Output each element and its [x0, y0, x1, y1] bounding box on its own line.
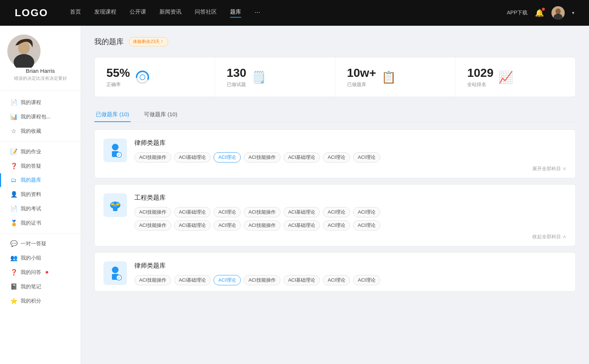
sidebar-item-notes[interactable]: 📓 我的笔记 — [0, 279, 81, 294]
nav-link-quiz[interactable]: 题库 — [230, 8, 241, 18]
sidebar-item-group[interactable]: 👥 我的小组 — [0, 251, 81, 265]
tag-e-2[interactable]: ACI理论 — [214, 207, 241, 217]
tag-e2-2[interactable]: ACI理论 — [214, 220, 241, 231]
sidebar-user-name: Brian Harris — [7, 68, 73, 74]
svg-point-18 — [112, 267, 119, 273]
tab-done[interactable]: 已做题库 (10) — [94, 107, 131, 122]
subject-card-lawyer-1: ✓ 律师类题库 ACI技能操作 ACI基础理论 ACI理论 ACI技能操作 AC… — [94, 129, 576, 178]
qa-icon: ❓ — [10, 163, 17, 169]
stat-done-questions-label: 已做试题 — [227, 81, 246, 88]
tag-e-5[interactable]: ACI理论 — [323, 207, 350, 217]
tag-e2-6[interactable]: ACI理论 — [353, 220, 380, 231]
chart-bar-icon: 📈 — [498, 70, 513, 84]
sidebar-item-course-package[interactable]: 📊 我的课程包... — [0, 110, 81, 124]
nav-link-discover[interactable]: 发现课程 — [94, 8, 116, 18]
svg-point-8 — [140, 75, 145, 80]
tag-l2-4[interactable]: ACI基础理论 — [283, 275, 320, 285]
avatar — [7, 35, 40, 68]
sidebar-item-collection[interactable]: ☆ 我的收藏 — [0, 124, 81, 138]
subject-body-lawyer-1: 律师类题库 ACI技能操作 ACI基础理论 ACI理论 ACI技能操作 ACI基… — [134, 139, 567, 172]
nav-link-opencourse[interactable]: 公开课 — [130, 8, 146, 18]
sidebar-item-1on1-label: 一对一答疑 — [21, 240, 46, 247]
tag-l2-5[interactable]: ACI理论 — [323, 275, 350, 285]
subject-tags-lawyer-2: ACI技能操作 ACI基础理论 ACI理论 ACI技能操作 ACI基础理论 AC… — [134, 275, 567, 285]
stat-ranking: 1029 全站排名 📈 — [455, 57, 575, 97]
nav-dropdown-arrow[interactable]: ▾ — [572, 10, 574, 15]
nav-link-qa[interactable]: 问答社区 — [195, 8, 217, 18]
stat-done-banks-text: 10w+ 已做题库 — [347, 66, 376, 88]
nav-link-more[interactable]: ··· — [254, 8, 260, 18]
tag-e-0[interactable]: ACI技能操作 — [134, 207, 171, 217]
bell-badge — [542, 8, 545, 11]
sidebar-item-profile[interactable]: 👤 我的资料 — [0, 187, 81, 201]
stat-ranking-label: 全站排名 — [467, 81, 493, 88]
tag-l1-5[interactable]: ACI理论 — [323, 152, 350, 163]
tag-l1-1[interactable]: ACI基础理论 — [174, 152, 211, 163]
stat-done-banks-value: 10w+ — [347, 66, 376, 80]
page-header: 我的题库 体验剩余23天！ — [94, 37, 576, 47]
tab-available[interactable]: 可做题库 (10) — [142, 107, 179, 122]
exam-icon: 📄 — [10, 205, 17, 212]
tag-l1-0[interactable]: ACI技能操作 — [134, 152, 171, 163]
sidebar-item-qa[interactable]: ❓ 我的答疑 — [0, 159, 81, 173]
sidebar-item-exam[interactable]: 📄 我的考试 — [0, 201, 81, 216]
sidebar-item-points[interactable]: ⭐ 我的积分 — [0, 294, 81, 308]
tag-l1-2[interactable]: ACI理论 — [214, 152, 241, 163]
expand-lawyer-1[interactable]: 展开全部科目 ∨ — [134, 165, 567, 172]
tag-e-1[interactable]: ACI基础理论 — [174, 207, 211, 217]
sidebar-item-questions[interactable]: ❓ 我的问答 — [0, 265, 81, 279]
questions-icon: ❓ — [10, 269, 17, 276]
subject-name-engineer: 工程类题库 — [134, 193, 567, 202]
tag-e2-3[interactable]: ACI技能操作 — [244, 220, 281, 231]
nav-right: APP下载 🔔 ▾ — [507, 6, 574, 19]
nav-bell[interactable]: 🔔 — [535, 8, 544, 17]
sidebar-item-homework[interactable]: 📝 我的作业 — [0, 144, 81, 159]
profile-icon: 👤 — [10, 191, 17, 198]
lawyer-icon-1: ✓ — [107, 142, 123, 158]
course-icon: 📄 — [10, 99, 17, 106]
tabs-row: 已做题库 (10) 可做题库 (10) — [94, 107, 576, 122]
nav-link-news[interactable]: 新闻资讯 — [159, 8, 181, 18]
avatar-svg — [7, 35, 40, 68]
sidebar-item-quiz[interactable]: 🗂 我的题库 — [0, 173, 81, 187]
tag-l2-0[interactable]: ACI技能操作 — [134, 275, 171, 285]
nav-logo: LOGO — [15, 7, 48, 19]
nav-link-home[interactable]: 首页 — [70, 8, 81, 18]
tag-l1-6[interactable]: ACI理论 — [353, 152, 380, 163]
homework-icon: 📝 — [10, 148, 17, 155]
nav-avatar[interactable] — [551, 6, 565, 19]
notes-icon: 📓 — [10, 283, 17, 290]
tag-e-4[interactable]: ACI基础理论 — [283, 207, 320, 217]
tag-l2-2[interactable]: ACI理论 — [214, 275, 241, 285]
sidebar-item-qa-label: 我的答疑 — [21, 163, 41, 169]
tag-e2-5[interactable]: ACI理论 — [323, 220, 350, 231]
tag-e-6[interactable]: ACI理论 — [353, 207, 380, 217]
tag-l1-3[interactable]: ACI技能操作 — [244, 152, 281, 163]
tag-l2-3[interactable]: ACI技能操作 — [244, 275, 281, 285]
subject-icon-lawyer-1: ✓ — [103, 139, 127, 162]
stat-accuracy-label: 正确率 — [106, 81, 130, 88]
sidebar-item-questions-label: 我的问答 — [21, 269, 41, 276]
sidebar-item-course[interactable]: 📄 我的课程 — [0, 95, 81, 110]
tag-e-3[interactable]: ACI技能操作 — [244, 207, 281, 217]
sidebar-item-certificate[interactable]: 🏅 我的证书 — [0, 216, 81, 230]
tag-l2-1[interactable]: ACI基础理论 — [174, 275, 211, 285]
svg-point-9 — [112, 144, 119, 150]
tag-e2-0[interactable]: ACI技能操作 — [134, 220, 171, 231]
svg-text:✓: ✓ — [117, 153, 120, 157]
nav-app-download[interactable]: APP下载 — [507, 10, 528, 16]
tag-e2-1[interactable]: ACI基础理论 — [174, 220, 211, 231]
sidebar-item-1on1[interactable]: 💬 一对一答疑 — [0, 236, 81, 251]
collapse-engineer[interactable]: 收起全部科目 ∧ — [134, 233, 567, 240]
navbar: LOGO 首页 发现课程 公开课 新闻资讯 问答社区 题库 ··· APP下载 … — [0, 0, 589, 26]
sidebar-item-group-label: 我的小组 — [21, 255, 41, 261]
1on1-icon: 💬 — [10, 240, 17, 247]
sheet-icon: 🗒️ — [251, 70, 266, 84]
nav-links: 首页 发现课程 公开课 新闻资讯 问答社区 题库 ··· — [70, 8, 507, 18]
tag-l2-6[interactable]: ACI理论 — [353, 275, 380, 285]
tag-e2-4[interactable]: ACI基础理论 — [283, 220, 320, 231]
course-package-icon: 📊 — [10, 113, 17, 120]
sidebar-item-quiz-label: 我的题库 — [21, 177, 41, 183]
tag-l1-4[interactable]: ACI基础理论 — [283, 152, 320, 163]
sidebar-item-exam-label: 我的考试 — [21, 206, 41, 212]
